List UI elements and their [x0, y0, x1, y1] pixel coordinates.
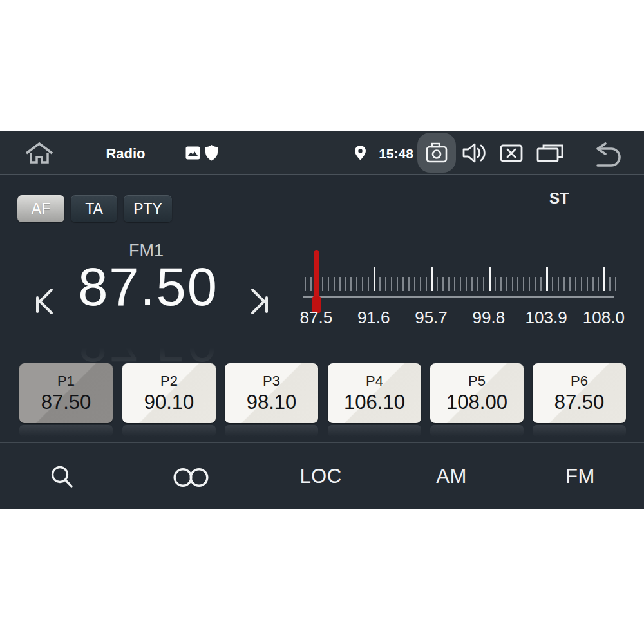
scale-minor-tick — [391, 277, 392, 291]
scale-minor-tick — [350, 277, 352, 291]
preset-p3-button[interactable]: P3 98.10 — [225, 363, 318, 423]
preset-p5-button[interactable]: P5 108.00 — [430, 363, 524, 423]
scale-minor-tick — [339, 277, 341, 291]
image-icon — [185, 146, 200, 160]
scale-label: 95.7 — [415, 308, 448, 328]
scale-minor-tick — [500, 277, 502, 291]
preset-p1-button[interactable]: P1 87.50 — [19, 363, 113, 423]
scale-minor-tick — [466, 277, 467, 291]
scale-major-tick — [431, 267, 433, 291]
scale-minor-tick — [615, 277, 616, 291]
am-button[interactable]: AM — [413, 465, 490, 488]
scale-minor-tick — [609, 277, 611, 291]
app-title: Radio — [97, 146, 155, 162]
scale-minor-tick — [328, 277, 329, 291]
scale-minor-tick — [495, 277, 496, 291]
scale-baseline — [303, 296, 614, 298]
seek-previous-icon[interactable] — [33, 286, 57, 317]
divider — [0, 174, 644, 175]
car-radio-screen: Radio 15:48 — [0, 131, 644, 509]
scale-minor-tick — [442, 277, 444, 291]
scale-minor-tick — [569, 277, 571, 291]
bottom-bar: LOC AM FM — [0, 442, 644, 509]
scale-minor-tick — [426, 277, 427, 291]
scale-label: 99.8 — [472, 308, 505, 328]
af-label: AF — [32, 200, 50, 218]
preset-reflection — [430, 425, 524, 437]
scale-minor-tick — [512, 277, 513, 291]
scale-minor-tick — [477, 277, 478, 291]
scale-label: 91.6 — [357, 308, 390, 328]
preset-id: P6 — [571, 373, 588, 390]
recent-apps-icon[interactable] — [536, 144, 564, 163]
scale-minor-tick — [345, 277, 346, 291]
preset-frequency: 98.10 — [247, 391, 297, 414]
status-bar: Radio 15:48 — [0, 131, 644, 174]
scale-minor-tick — [385, 277, 386, 291]
scale-minor-tick — [564, 277, 565, 291]
close-window-icon[interactable] — [500, 144, 523, 162]
scale-major-tick — [546, 267, 548, 291]
scale-minor-tick — [529, 277, 530, 291]
scale-minor-tick — [397, 277, 398, 291]
preset-frequency: 90.10 — [144, 391, 194, 414]
scale-minor-tick — [322, 277, 323, 291]
ta-toggle-button[interactable]: TA — [71, 195, 117, 222]
scale-minor-tick — [575, 277, 576, 291]
scale-minor-tick — [552, 277, 553, 291]
current-frequency: 87.50 — [55, 260, 242, 314]
scale-minor-tick — [523, 277, 524, 291]
location-icon — [355, 146, 366, 160]
scale-minor-tick — [414, 277, 415, 291]
preset-id: P3 — [263, 373, 280, 390]
preset-reflection — [225, 425, 318, 437]
scale-minor-tick — [402, 277, 404, 291]
tuning-needle-icon — [312, 250, 321, 313]
stereo-indicator: ST — [549, 189, 569, 207]
scale-minor-tick — [540, 277, 542, 291]
preset-reflection — [533, 425, 626, 437]
preset-p2-button[interactable]: P2 90.10 — [122, 363, 216, 423]
af-toggle-button[interactable]: AF — [17, 195, 64, 222]
seek-next-icon[interactable] — [247, 286, 270, 317]
volume-icon[interactable] — [462, 142, 488, 164]
back-icon[interactable] — [590, 142, 623, 167]
preset-p4-button[interactable]: P4 106.10 — [328, 363, 421, 423]
search-icon[interactable] — [50, 465, 75, 489]
scale-minor-tick — [379, 277, 381, 291]
scale-major-tick — [603, 267, 605, 291]
scale-minor-tick — [471, 277, 473, 291]
preset-reflection — [122, 425, 216, 437]
scale-major-tick — [374, 267, 375, 291]
pty-label: PTY — [133, 200, 162, 218]
home-icon[interactable] — [24, 142, 55, 165]
scale-minor-tick — [460, 277, 461, 291]
scale-minor-tick — [408, 277, 410, 291]
scale-label: 87.5 — [300, 308, 333, 328]
scale-minor-tick — [448, 277, 450, 291]
scale-minor-tick — [454, 277, 455, 291]
scale-minor-tick — [362, 277, 363, 291]
preset-p6-button[interactable]: P6 87.50 — [533, 363, 626, 423]
preset-reflection — [19, 425, 113, 437]
ta-label: TA — [85, 200, 103, 218]
preset-reflection — [328, 425, 421, 437]
scale-label: 108.0 — [583, 308, 625, 328]
preset-id: P5 — [468, 373, 486, 390]
scale-minor-tick — [517, 277, 518, 291]
scale-minor-tick — [305, 277, 306, 291]
scale-minor-tick — [592, 277, 594, 291]
scale-minor-tick — [483, 277, 484, 291]
camera-button[interactable] — [417, 133, 456, 173]
scale-minor-tick — [587, 277, 588, 291]
pty-toggle-button[interactable]: PTY — [124, 195, 172, 222]
scale-label: 103.9 — [526, 308, 567, 328]
preset-id: P4 — [366, 373, 383, 390]
scale-minor-tick — [581, 277, 582, 291]
preset-id: P2 — [160, 373, 178, 390]
scale-minor-tick — [310, 277, 312, 291]
fm-button[interactable]: FM — [542, 465, 619, 488]
loop-icon[interactable] — [171, 468, 211, 488]
scale-minor-tick — [356, 277, 357, 291]
loc-button[interactable]: LOC — [282, 465, 359, 488]
